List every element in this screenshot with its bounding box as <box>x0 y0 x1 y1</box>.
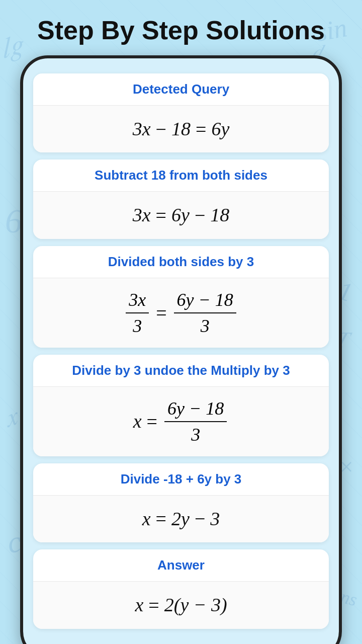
step-header-undo-multiply: Divide by 3 undoe the Multiply by 3 <box>33 355 329 387</box>
step-body-undo-multiply: x = 6y − 18 3 <box>33 387 329 456</box>
step-card-detected-query: Detected Query 3x − 18 = 6y <box>33 73 329 152</box>
phone-frame: Detected Query 3x − 18 = 6y Subtract 18 … <box>20 55 342 644</box>
math-expression-divide-expression: x = 2y − 3 <box>43 507 319 531</box>
step-header-subtract: Subtract 18 from both sides <box>33 159 329 192</box>
math-expression-divided: 3x 3 = 6y − 18 3 <box>43 289 319 337</box>
phone-inner: Detected Query 3x − 18 = 6y Subtract 18 … <box>29 68 333 641</box>
step-header-answer: Answer <box>33 549 329 582</box>
math-expression-subtract: 3x = 6y − 18 <box>43 203 319 227</box>
step-body-subtract: 3x = 6y − 18 <box>33 192 329 238</box>
step-body-divide-expression: x = 2y − 3 <box>33 496 329 542</box>
step-body-detected-query: 3x − 18 = 6y <box>33 106 329 152</box>
step-header-divide-expression: Divide -18 + 6y by 3 <box>33 463 329 496</box>
step-card-undo-multiply: Divide by 3 undoe the Multiply by 3 x = … <box>33 355 329 456</box>
step-header-divided: Divided both sides by 3 <box>33 246 329 278</box>
step-card-divide-expression: Divide -18 + 6y by 3 x = 2y − 3 <box>33 463 329 542</box>
math-expression-detected-query: 3x − 18 = 6y <box>43 117 319 141</box>
fraction-right: 6y − 18 3 <box>174 289 236 337</box>
step-card-answer: Answer x = 2(y − 3) <box>33 549 329 628</box>
math-expression-answer: x = 2(y − 3) <box>43 593 319 617</box>
fraction-left: 3x 3 <box>126 289 149 337</box>
page-title: Step By Step Solutions <box>0 0 362 55</box>
step-body-divided: 3x 3 = 6y − 18 3 <box>33 278 329 348</box>
fraction-undo: 6y − 18 3 <box>164 398 227 445</box>
step-card-divided: Divided both sides by 3 3x 3 = 6y − 18 3 <box>33 246 329 348</box>
math-expression-undo-multiply: x = 6y − 18 3 <box>43 398 319 445</box>
step-card-subtract: Subtract 18 from both sides 3x = 6y − 18 <box>33 159 329 238</box>
step-header-detected-query: Detected Query <box>33 73 329 106</box>
step-body-answer: x = 2(y − 3) <box>33 582 329 628</box>
